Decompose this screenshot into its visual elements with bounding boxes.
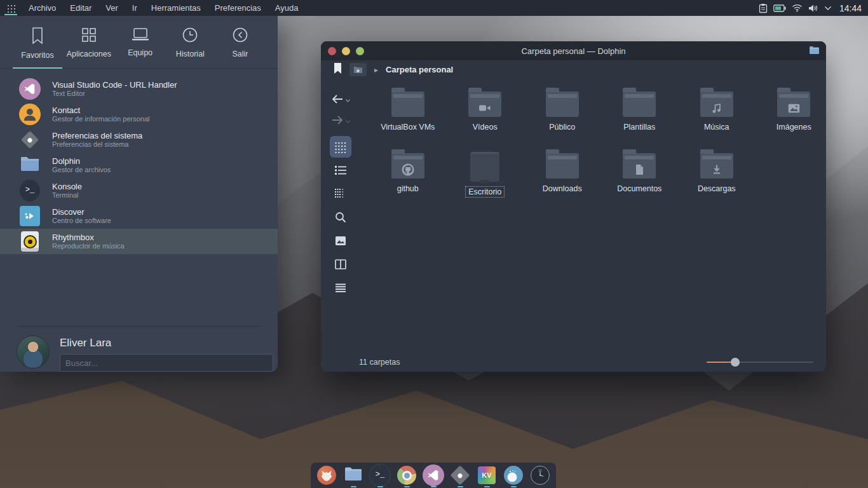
hamburger-menu-icon [335,283,346,292]
folder-label: Vídeos [470,122,500,132]
dolphin-toolbar [321,79,360,353]
status-text: 11 carpetas [359,358,400,367]
statusbar: 11 carpetas [321,353,826,372]
app-item-discover[interactable]: Discover Centro de software [0,203,278,229]
app-item-kontact[interactable]: Kontact Gestor de información personal [0,102,278,127]
folder-plantillas[interactable]: Plantillas [601,84,679,146]
preview-icon [335,236,346,246]
tab-favoritos[interactable]: Favoritos [17,26,58,68]
running-indicator [431,486,437,487]
folder-descargas[interactable]: Descargas [678,146,756,207]
app-item-rhythmbox[interactable]: Rhythmbox Reproductor de música [0,229,278,254]
files-icon [344,466,363,485]
top-menubar: ArchivoEditarVerIrHerramientasPreferenci… [0,0,868,16]
folder-p-blico[interactable]: Público [524,84,601,146]
folder-escritorio[interactable]: Escritorio [447,146,524,207]
search-input[interactable] [60,354,273,372]
user-avatar[interactable] [17,336,50,369]
menu-preferencias[interactable]: Preferencias [209,1,267,15]
breadcrumb-current[interactable]: Carpeta personal [386,65,453,74]
folder-downloads[interactable]: Downloads [524,146,601,207]
tab-equipo[interactable]: Equipo [119,26,161,68]
bookmark-icon[interactable] [334,63,342,76]
zoom-slider[interactable] [707,358,813,367]
document-badge-icon [623,161,656,179]
kontact-icon [19,104,41,125]
folder-virtualbox-vms[interactable]: VirtualBox VMs [369,84,447,146]
settings-icon [450,465,470,485]
launcher-tabs: Favoritos Aplicaciones Equipo Historial … [0,16,278,69]
menu-ayuda[interactable]: Ayuda [269,1,304,15]
vscode-icon [423,464,444,486]
clock-icon [181,26,199,44]
window-titlebar[interactable]: Carpeta personal — Dolphin [321,41,826,60]
icons-view-icon [334,140,347,153]
home-folder-button[interactable] [349,63,367,76]
icons-view-button[interactable] [330,136,351,158]
tab-historial[interactable]: Historial [169,26,211,68]
app-item-preferencias-del-sistema[interactable]: Preferencias del sistema Preferencias de… [0,127,278,152]
minimize-button[interactable] [342,47,350,55]
running-indicator [404,486,410,487]
menu-herramientas[interactable]: Herramientas [146,1,207,15]
folder-im-genes[interactable]: Imágenes [756,84,833,146]
chevron-down-icon[interactable] [824,6,832,11]
favorites-app-list: Visual Studio Code - URL Handler Text Ed… [0,69,278,254]
folder-v-deos[interactable]: Vídeos [447,84,524,146]
tab-salir[interactable]: Salir [219,26,261,68]
hamburger-menu-button[interactable] [330,277,351,299]
app-item-dolphin[interactable]: Dolphin Gestor de archivos [0,152,278,178]
firefox-icon [317,466,336,485]
preview-button[interactable] [330,230,351,252]
tab-label: Equipo [128,48,153,57]
menu-ir[interactable]: Ir [126,1,143,15]
dock-item-vscode[interactable] [423,463,444,488]
app-title: Discover [52,207,111,217]
folder-m-sica[interactable]: Música [678,84,756,146]
split-view-icon [335,259,346,269]
clock-time[interactable]: 14:44 [839,3,862,13]
app-item-visual-studio-code-url-handler[interactable]: Visual Studio Code - URL Handler Text Ed… [0,76,278,102]
desktop: ArchivoEditarVerIrHerramientasPreferenci… [0,0,868,488]
split-view-button[interactable] [330,254,351,275]
wifi-icon[interactable] [792,4,803,12]
app-launcher-button[interactable] [0,0,22,16]
running-indicator [351,486,356,487]
app-title: Preferencias del sistema [52,131,142,140]
tab-aplicaciones[interactable]: Aplicaciones [67,26,111,68]
dock-item-kvantum[interactable]: KV [476,463,498,488]
back-arrow-icon [331,93,350,105]
user-name: Eliver Lara [60,337,273,349]
dock-item-night-color[interactable] [503,463,524,488]
menu-ver[interactable]: Ver [100,1,124,15]
clock-icon: 12 [531,466,550,485]
menu-editar[interactable]: Editar [64,1,97,15]
volume-icon[interactable] [808,4,818,13]
dolphin-icon [20,155,40,175]
app-subtitle: Centro de software [52,217,111,225]
dock-item-chrome[interactable] [396,463,417,488]
folder-icon [391,153,424,179]
menu-archivo[interactable]: Archivo [23,1,62,15]
folder-label: Descargas [695,184,738,194]
maximize-button[interactable] [356,47,364,55]
battery-icon[interactable] [773,4,786,12]
dock-item-files[interactable] [342,463,364,488]
close-button[interactable] [328,47,336,55]
compact-view-button[interactable] [330,159,351,181]
dock-item-firefox[interactable] [316,463,337,488]
dock-item-clock[interactable]: 12 [529,463,551,488]
dock-item-settings[interactable] [449,463,471,488]
back-arrow-button[interactable] [330,89,351,109]
dock-item-konsole[interactable]: >_ [369,463,391,488]
details-view-button[interactable] [330,183,351,205]
folder-github[interactable]: github [369,146,447,207]
clipboard-icon[interactable] [759,3,768,13]
slider-knob[interactable] [731,358,740,367]
tab-label: Historial [176,50,205,58]
folder-documentos[interactable]: Documentos [601,146,679,207]
app-subtitle: Preferencias del sistema [52,140,142,149]
app-item-konsole[interactable]: >_ Konsole Terminal [0,178,278,203]
search-button[interactable] [330,207,351,228]
logout-icon [231,26,249,44]
